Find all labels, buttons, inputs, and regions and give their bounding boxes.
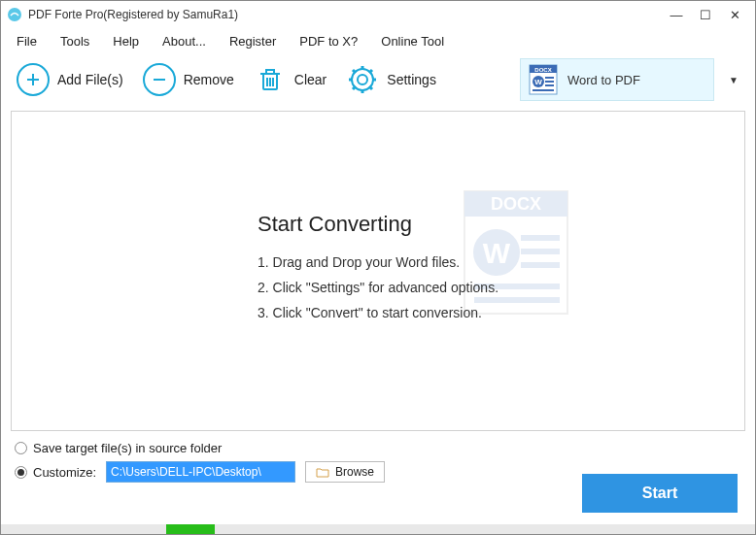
main-panel[interactable]: DOCXW Start Converting 1. Drag and Drop …	[11, 111, 745, 431]
settings-label: Settings	[387, 72, 436, 87]
instruction-step-1: 1. Drag and Drop your Word files.	[258, 254, 498, 270]
save-source-label: Save target file(s) in source folder	[33, 441, 222, 455]
svg-point-0	[8, 8, 21, 21]
mode-select[interactable]: DOCXW Word to PDF	[520, 58, 714, 101]
menu-pdf-to-x[interactable]: PDF to X?	[299, 34, 358, 49]
remove-label: Remove	[184, 72, 234, 87]
svg-line-19	[369, 70, 372, 73]
mode-label: Word to PDF	[567, 73, 640, 87]
svg-line-18	[353, 86, 356, 89]
menu-file[interactable]: File	[17, 34, 37, 49]
progress-bar	[1, 524, 755, 534]
browse-button[interactable]: Browse	[305, 461, 385, 483]
customize-row[interactable]: Customize:	[15, 465, 96, 480]
trash-icon	[254, 63, 287, 96]
svg-text:W: W	[534, 78, 542, 86]
menu-register[interactable]: Register	[229, 34, 276, 49]
mode-dropdown-caret[interactable]: ▼	[722, 58, 745, 101]
window-title: PDF Forte Pro(Registered by SamuRa1)	[28, 8, 238, 21]
clear-button[interactable]: Clear	[248, 61, 332, 98]
toolbar: Add File(s) Remove Clear Settings DOCXW …	[1, 58, 755, 111]
folder-icon	[316, 467, 329, 478]
radio-customize[interactable]	[15, 466, 27, 479]
minus-icon	[143, 63, 176, 96]
svg-rect-9	[266, 70, 274, 74]
remove-button[interactable]: Remove	[137, 61, 240, 98]
save-source-row[interactable]: Save target file(s) in source folder	[15, 441, 741, 455]
app-icon	[7, 7, 22, 22]
instructions: Start Converting 1. Drag and Drop your W…	[258, 212, 498, 330]
add-files-button[interactable]: Add File(s)	[11, 61, 129, 98]
menu-online-tool[interactable]: Online Tool	[381, 34, 444, 49]
plus-icon	[17, 63, 50, 96]
svg-line-17	[369, 86, 372, 89]
instruction-step-3: 3. Click "Convert" to start conversion.	[258, 305, 498, 320]
menubar: File Tools Help About... Register PDF to…	[1, 28, 755, 58]
menu-help[interactable]: Help	[113, 34, 139, 49]
start-button[interactable]: Start	[582, 474, 738, 513]
browse-label: Browse	[335, 465, 374, 479]
radio-save-source[interactable]	[15, 442, 27, 454]
maximize-button[interactable]: ☐	[691, 5, 720, 24]
progress-fill	[166, 524, 215, 534]
svg-text:DOCX: DOCX	[534, 67, 551, 73]
output-path-input[interactable]	[106, 461, 295, 483]
close-button[interactable]: ✕	[720, 5, 749, 24]
instruction-step-2: 2. Click "Settings" for advanced options…	[258, 280, 498, 295]
docx-icon: DOCXW	[529, 64, 558, 95]
menu-about[interactable]: About...	[162, 34, 206, 49]
menu-tools[interactable]: Tools	[60, 34, 89, 49]
titlebar: PDF Forte Pro(Registered by SamuRa1) — ☐…	[1, 1, 755, 28]
customize-label: Customize:	[33, 465, 96, 480]
minimize-button[interactable]: —	[662, 5, 691, 24]
svg-text:DOCX: DOCX	[491, 194, 541, 214]
add-files-label: Add File(s)	[57, 72, 123, 87]
settings-button[interactable]: Settings	[340, 61, 442, 98]
instructions-heading: Start Converting	[258, 212, 498, 237]
clear-label: Clear	[294, 72, 326, 87]
svg-line-16	[353, 70, 356, 73]
svg-point-10	[358, 75, 367, 84]
gear-icon	[346, 63, 379, 96]
